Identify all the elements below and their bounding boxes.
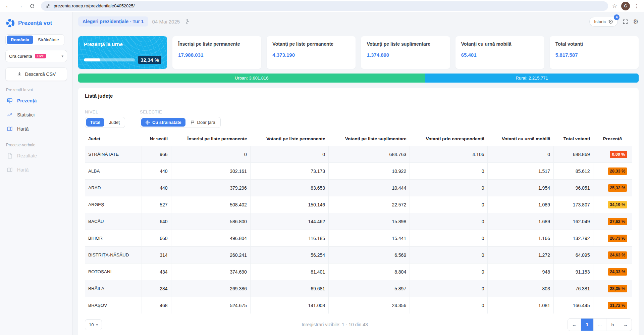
table-cell: 116.185 (250, 230, 328, 247)
istoric-button[interactable]: Istoric 4 (589, 17, 618, 27)
table-cell: 81.401 (250, 264, 328, 280)
stat-card-title: Votanți pe liste suplimentare (367, 41, 444, 47)
table-cell: 1.689 (488, 213, 553, 230)
stat-card: Total votanți 5.817.587 (550, 36, 639, 69)
url-text[interactable]: prezenta.roaep.ro/prezidentiale04052025/ (54, 3, 135, 8)
browser-back-button[interactable]: ← (3, 1, 13, 11)
browser-reload-button[interactable] (28, 1, 37, 11)
table-cell: 24.356 (329, 297, 410, 314)
table-row: BACĂU 640 586.800 144.462 15.898 0 1.689… (85, 213, 632, 230)
document-icon (7, 153, 13, 159)
settings-gear-button[interactable]: ⚙ (633, 18, 639, 26)
cu-strainatate-button[interactable]: Cu străinătate (141, 118, 185, 127)
site-info-icon[interactable] (46, 4, 50, 8)
table-row: BISTRIȚA-NĂSĂUD 314 260.241 56.254 6.569… (85, 247, 632, 264)
sidebar: Prezență vot România Străinătate Ora cur… (0, 12, 73, 335)
table-row: ALBA 440 302.161 73.173 10.922 0 1.517 8… (85, 163, 632, 180)
table-cell: 1.954 (488, 180, 553, 196)
turnout-badge: 24,63 % (608, 251, 627, 259)
table-cell: 91.153 (553, 264, 593, 280)
fullscreen-button[interactable] (623, 19, 628, 25)
selectie-label: SELECȚIE (140, 109, 221, 114)
globe-icon (145, 120, 150, 125)
table-cell: 15.441 (329, 230, 410, 247)
table-cell: 0 (250, 146, 328, 163)
county-name-cell: BIHOR (85, 230, 142, 247)
stat-card-value: 4.373.190 (272, 52, 350, 58)
chevron-down-icon: ▾ (96, 323, 98, 327)
region-toggle-strainatate[interactable]: Străinătate (34, 36, 63, 44)
voter-icon (184, 19, 190, 25)
table-cell: 0.00 % (593, 146, 632, 163)
table-cell: 1.517 (488, 163, 553, 180)
bookmark-star-icon[interactable]: ☆ (612, 2, 617, 9)
nivel-label: NIVEL (85, 109, 125, 114)
page-ellipsis[interactable]: ... (593, 319, 606, 331)
nivel-total-button[interactable]: Total (86, 118, 104, 127)
column-header: Prezență (593, 132, 632, 146)
address-bar[interactable]: prezenta.roaep.ro/prezidentiale04052025/ (41, 1, 608, 11)
profile-avatar[interactable]: C (621, 2, 630, 10)
map-icon (7, 167, 13, 173)
table-cell: 302.161 (171, 163, 250, 180)
progress-track (84, 58, 135, 61)
table-cell: 24,33 % (593, 264, 632, 280)
table-cell: 803 (488, 280, 553, 297)
sidebar-item-harta[interactable]: Hartă (5, 122, 67, 136)
page-header: Alegeri prezidențiale - Tur 1 04 Mai 202… (78, 12, 639, 31)
page-next-button[interactable]: → (619, 319, 632, 331)
table-cell: 0 (171, 146, 250, 163)
trend-up-icon (7, 112, 13, 118)
stat-card-value: 17.988.031 (178, 52, 256, 58)
county-name-cell: BOTOȘANI (85, 264, 142, 280)
table-cell: 173.807 (553, 196, 593, 213)
table-cell: 688.869 (553, 146, 593, 163)
table-cell: 31,72 % (593, 297, 632, 314)
istoric-count-badge: 4 (614, 14, 620, 20)
app-logo-row: Prezență vot (6, 19, 67, 28)
urban-label: Urban: 3.601.816 (235, 76, 268, 81)
page-size-select[interactable]: 10 ▾ (85, 319, 102, 330)
page-button-1[interactable]: 1 (581, 319, 593, 331)
table-cell: 69.681 (250, 280, 328, 297)
column-header: Votanți pe liste permanente (250, 132, 328, 146)
sidebar-item-rezultate[interactable]: Rezultate (5, 149, 67, 163)
stat-cards-row: Prezență la urne 32,34 % Înscriși pe lis… (78, 36, 639, 69)
time-select[interactable]: Ora curentă LIVE ▾ (5, 50, 67, 62)
table-cell: 1.081 (488, 297, 553, 314)
table-cell: 0 (410, 196, 488, 213)
region-toggle-romania[interactable]: România (7, 36, 33, 44)
page-prev-button[interactable]: ← (568, 319, 581, 331)
county-table: JudețNr secțiiÎnscriși pe liste permanen… (85, 132, 632, 314)
table-cell: 25,32 % (593, 180, 632, 196)
table-cell: 24,63 % (593, 247, 632, 264)
table-cell: 586.800 (171, 213, 250, 230)
table-cell: 64.095 (553, 247, 593, 264)
table-cell: 0 (410, 213, 488, 230)
sidebar-item-label: Rezultate (17, 153, 37, 158)
doar-tara-button[interactable]: Doar țară (186, 118, 219, 127)
app-logo-icon (6, 19, 15, 28)
table-cell: 8.804 (329, 264, 410, 280)
stat-card: Înscriși pe liste permanente 17.988.031 (172, 36, 261, 69)
stat-card-value: 5.817.587 (555, 52, 633, 58)
table-cell: 284 (142, 280, 171, 297)
sidebar-item-statistici[interactable]: Statistici (5, 108, 67, 122)
table-cell: 0 (410, 280, 488, 297)
download-csv-button[interactable]: Descarcă CSV (5, 67, 67, 81)
browser-forward-button[interactable]: → (15, 1, 25, 11)
county-table-wrap: JudețNr secțiiÎnscriși pe liste permanen… (78, 132, 639, 314)
time-select-label: Ora curentă (9, 54, 32, 59)
stat-card-title: Înscriși pe liste permanente (178, 41, 256, 47)
sidebar-item-harta-pv[interactable]: Hartă (5, 163, 67, 177)
nivel-judet-button[interactable]: Județ (105, 118, 124, 127)
county-name-cell: ARGEȘ (85, 196, 142, 213)
region-toggle: România Străinătate (5, 34, 64, 45)
browser-menu-icon[interactable]: ⋮ (634, 3, 639, 9)
table-cell: 15.898 (329, 213, 410, 230)
rural-segment: Rural: 2.215.771 (425, 74, 639, 83)
page-button-5[interactable]: 5 (606, 319, 619, 331)
table-row: BRAȘOV 468 524.675 141.008 24.356 0 1.08… (85, 297, 632, 314)
turnout-badge: 25,32 % (608, 184, 627, 192)
sidebar-item-prezenta[interactable]: Prezență (5, 94, 67, 108)
